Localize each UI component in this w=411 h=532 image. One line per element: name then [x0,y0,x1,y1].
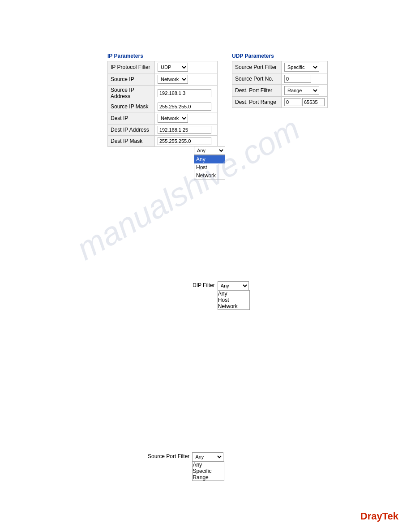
source-dropdown-select[interactable]: Any Host Network [194,146,225,155]
dest-ip-cell: Any Host Network [155,112,218,124]
dest-ip-address-label: Dest IP Address [108,124,155,136]
source-dropdown-any[interactable]: Any [194,155,225,163]
spf-dropdown-any[interactable]: Any [193,462,224,468]
dip-filter-label: DIP Filter [193,281,215,288]
dip-dropdown-host[interactable]: Host [218,297,249,303]
dest-port-filter-cell: Any Specific Range [282,85,328,97]
table-row: Dest. Port Filter Any Specific Range [232,85,328,97]
dest-port-range-max-input[interactable] [302,98,325,106]
spf-dropdown-list: Any Specific Range [192,461,224,481]
source-port-no-label: Source Port No. [232,73,282,85]
dip-dropdown-list: Any Host Network [218,290,250,310]
source-port-filter-bottom-area: Source Port Filter Any Specific Range An… [148,452,224,481]
ip-protocol-filter-label: IP Protocol Filter [108,61,155,73]
table-row: Dest IP Mask [108,136,218,147]
source-ip-cell: Any Host Network [155,73,218,86]
draytek-logo: DrayTek [360,511,398,522]
table-row: IP Protocol Filter TCP UDP ICMP Any [108,61,218,73]
source-ip-mask-input[interactable] [158,103,211,111]
dest-ip-mask-input[interactable] [158,137,211,145]
table-row: Source IP Mask [108,101,218,112]
draytek-logo-dray: Dray [360,511,382,522]
udp-parameters-section: UDP Parameters Source Port Filter Any Sp… [232,53,328,108]
ip-parameters-section: IP Parameters IP Protocol Filter TCP UDP… [107,53,218,147]
spf-dropdown-specific[interactable]: Specific [193,468,224,474]
udp-parameters-title: UDP Parameters [232,53,328,59]
dest-port-range-cell [282,97,328,108]
dest-ip-address-cell [155,124,218,136]
source-ip-mask-label: Source IP Mask [108,101,155,112]
source-port-filter-label: Source Port Filter [232,61,282,73]
table-row: Dest IP Any Host Network [108,112,218,124]
source-dropdown-network[interactable]: Network [194,172,225,180]
dip-dropdown-network[interactable]: Network [218,303,249,309]
source-port-filter-dropdown-container: Any Specific Range Any Specific Range [192,452,224,481]
source-ip-select[interactable]: Any Host Network [158,75,188,84]
ip-parameters-title: IP Parameters [107,53,218,59]
source-ip-address-label: Source IPAddress [108,86,155,101]
dest-ip-mask-label: Dest IP Mask [108,136,155,147]
dest-ip-mask-cell [155,136,218,147]
draytek-logo-tek: Tek [382,511,398,522]
table-row: Dest. Port Range [232,97,328,108]
dip-filter-area: DIP Filter Any Host Network Any Host Net… [193,281,250,310]
source-port-no-input[interactable] [284,75,311,83]
table-row: Source IPAddress [108,86,218,101]
source-port-filter-cell: Any Specific Range [282,61,328,73]
udp-parameters-table: Source Port Filter Any Specific Range So… [232,61,328,108]
source-port-filter-bottom-select[interactable]: Any Specific Range [192,452,223,461]
source-ip-label: Source IP [108,73,155,86]
table-row: Dest IP Address [108,124,218,136]
source-dropdown-list: Any Host Network [194,155,225,180]
source-dropdown-container: Any Host Network Any Host Network [194,146,225,180]
source-ip-address-input[interactable] [158,89,211,97]
dest-ip-address-input[interactable] [158,126,211,134]
source-port-no-cell [282,73,328,85]
dest-port-range-min-input[interactable] [284,98,301,106]
dest-port-filter-label: Dest. Port Filter [232,85,282,97]
ip-protocol-filter-select[interactable]: TCP UDP ICMP Any [158,63,188,72]
dip-filter-dropdown-container: Any Host Network Any Host Network [218,281,250,310]
dest-ip-select[interactable]: Any Host Network [158,114,188,123]
spf-dropdown-range[interactable]: Range [193,474,224,481]
table-row: Source IP Any Host Network [108,73,218,86]
ip-protocol-filter-cell: TCP UDP ICMP Any [155,61,218,73]
dip-filter-select[interactable]: Any Host Network [218,281,249,290]
dest-port-filter-select[interactable]: Any Specific Range [284,86,319,95]
table-row: Source Port No. [232,73,328,85]
source-ip-address-cell [155,86,218,101]
table-row: Source Port Filter Any Specific Range [232,61,328,73]
ip-parameters-table: IP Protocol Filter TCP UDP ICMP Any Sour… [107,61,218,147]
source-ip-mask-cell [155,101,218,112]
source-port-filter-select[interactable]: Any Specific Range [284,63,319,72]
dip-dropdown-any[interactable]: Any [218,291,249,297]
source-dropdown-host[interactable]: Host [194,163,225,172]
source-port-filter-bottom-label: Source Port Filter [148,452,189,459]
dest-port-range-label: Dest. Port Range [232,97,282,108]
source-ip-dropdown-open: Any Host Network Any Host Network [194,146,225,180]
dest-ip-label: Dest IP [108,112,155,124]
